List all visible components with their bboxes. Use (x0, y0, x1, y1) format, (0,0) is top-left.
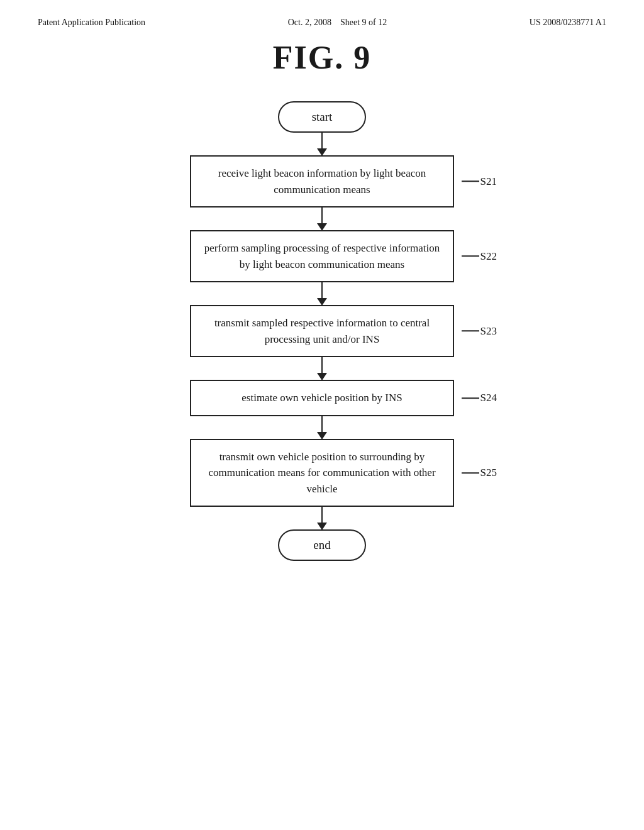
publication-date: Oct. 2, 2008 (288, 18, 331, 27)
arrow-5 (321, 416, 323, 439)
patent-label: Patent Application Publication (38, 18, 145, 27)
header-right: US 2008/0238771 A1 (530, 18, 606, 28)
flowchart: start receive light beacon information b… (0, 101, 644, 561)
page-header: Patent Application Publication Oct. 2, 2… (0, 0, 644, 28)
arrow-6 (321, 507, 323, 529)
step-s23-row: transmit sampled respective information … (190, 305, 454, 357)
step-s21-box: receive light beacon information by ligh… (190, 155, 454, 208)
figure-title: FIG. 9 (0, 39, 644, 76)
step-s23-box: transmit sampled respective information … (190, 305, 454, 357)
step-s23-label: S23 (480, 323, 497, 340)
step-s22-row: perform sampling processing of respectiv… (190, 230, 454, 282)
step-s22-label: S22 (480, 248, 497, 265)
step-s25-box: transmit own vehicle position to surroun… (190, 439, 454, 507)
sheet-info: Sheet 9 of 12 (340, 18, 387, 27)
step-s21-label: S21 (480, 174, 497, 190)
step-s24-box: estimate own vehicle position by INS S24 (190, 380, 454, 416)
arrow-3 (321, 282, 323, 305)
step-s24-label: S24 (480, 390, 497, 406)
step-s24-text: estimate own vehicle position by INS (242, 392, 402, 404)
step-s23-text: transmit sampled respective information … (214, 317, 430, 345)
end-oval: end (278, 529, 366, 561)
arrow-4 (321, 357, 323, 380)
header-center: Oct. 2, 2008 Sheet 9 of 12 (288, 18, 387, 28)
patent-number: US 2008/0238771 A1 (530, 18, 606, 27)
header-left: Patent Application Publication (38, 18, 145, 28)
step-s25-row: transmit own vehicle position to surroun… (190, 439, 454, 507)
step-s25-text: transmit own vehicle position to surroun… (208, 451, 435, 495)
step-s21-row: receive light beacon information by ligh… (190, 155, 454, 208)
step-s25-label: S25 (480, 465, 497, 481)
step-s22-text: perform sampling processing of respectiv… (204, 242, 440, 270)
arrow-2 (321, 208, 323, 230)
start-oval: start (278, 101, 366, 133)
step-s21-text: receive light beacon information by ligh… (218, 167, 426, 196)
arrow-1 (321, 133, 323, 155)
step-s22-box: perform sampling processing of respectiv… (190, 230, 454, 282)
step-s24-row: estimate own vehicle position by INS S24 (190, 380, 454, 416)
